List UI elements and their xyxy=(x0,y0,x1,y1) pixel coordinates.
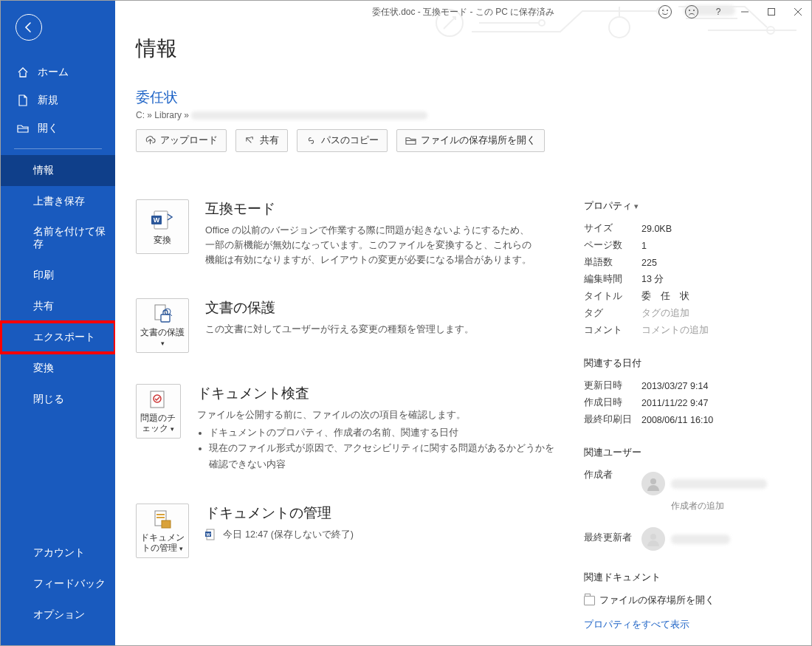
compat-desc: Office の以前のバージョンで作業する際に問題が起きないようにするため、一部… xyxy=(205,223,537,267)
title-text: 委任状.doc - 互換モード - この PC に保存済み xyxy=(372,6,554,18)
word-doc-convert-icon: W xyxy=(150,207,175,234)
sidebar-item-save[interactable]: 上書き保存 xyxy=(1,186,115,217)
protect-desc: この文書に対してユーザーが行える変更の種類を管理します。 xyxy=(205,322,474,337)
prop-pages: 1 xyxy=(641,241,647,251)
svg-text:W: W xyxy=(154,216,160,224)
sidebar-item-transform[interactable]: 変換 xyxy=(1,353,115,384)
folder-open-icon xyxy=(405,135,416,146)
sidebar-separator xyxy=(14,148,102,149)
prop-edit-time: 13 分 xyxy=(641,273,664,286)
manage-version-row[interactable]: W 今日 12:47 (保存しないで終了) xyxy=(205,527,354,542)
sidebar-item-new[interactable]: 新規 xyxy=(1,86,115,114)
last-editor-redacted xyxy=(671,535,730,544)
show-all-properties-link[interactable]: プロパティをすべて表示 xyxy=(584,619,689,630)
prop-size: 29.0KB xyxy=(641,224,672,234)
svg-rect-15 xyxy=(156,514,165,515)
maximize-button[interactable] xyxy=(758,1,785,23)
back-button[interactable] xyxy=(16,14,42,41)
sidebar-home-label: ホーム xyxy=(38,66,69,79)
prop-created: 2011/11/22 9:47 xyxy=(641,398,708,408)
document-path: C: » Library » xyxy=(136,110,791,120)
inspect-title: ドキュメント検査 xyxy=(197,384,554,403)
sidebar-item-close[interactable]: 閉じる xyxy=(1,384,115,415)
inspect-item-1: ドキュメントのプロパティ、作成者の名前、関連する日付 xyxy=(209,425,554,441)
page-title: 情報 xyxy=(136,35,791,63)
sidebar-item-share[interactable]: 共有 xyxy=(1,291,115,322)
prop-words: 225 xyxy=(641,258,657,268)
related-docs-header: 関連ドキュメント xyxy=(584,571,791,584)
prop-printed: 2008/06/11 16:10 xyxy=(641,415,713,425)
backstage-sidebar: ホーム 新規 開く 情報 上書き保存 名前を付けて保存 印刷 共有 エクスポート… xyxy=(1,1,115,645)
related-users-header: 関連ユーザー xyxy=(584,446,791,459)
prop-add-tags[interactable]: タグの追加 xyxy=(641,307,689,320)
upload-button[interactable]: アップロード xyxy=(136,129,227,152)
avatar-icon xyxy=(641,472,665,495)
sidebar-item-print[interactable]: 印刷 xyxy=(1,260,115,291)
open-folder-icon xyxy=(17,123,32,134)
sidebar-item-save-as[interactable]: 名前を付けて保存 xyxy=(1,217,115,260)
word-file-icon: W xyxy=(205,529,217,540)
document-title: 委任状 xyxy=(136,88,791,107)
lock-doc-icon xyxy=(151,303,174,326)
sidebar-item-feedback[interactable]: フィードバック xyxy=(1,568,115,599)
folder-icon xyxy=(584,596,595,605)
share-button[interactable]: 共有 xyxy=(235,129,288,152)
prop-title[interactable]: 委 任 状 xyxy=(641,290,689,303)
svg-text:W: W xyxy=(206,532,210,537)
sidebar-item-info[interactable]: 情報 xyxy=(1,155,115,186)
home-icon xyxy=(17,66,32,78)
properties-header[interactable]: プロパティ xyxy=(584,199,791,213)
svg-rect-5 xyxy=(768,9,775,16)
share-icon xyxy=(244,135,255,146)
related-dates-header: 関連する日付 xyxy=(584,357,791,370)
protect-title: 文書の保護 xyxy=(205,298,474,317)
svg-point-21 xyxy=(650,478,656,484)
path-redacted xyxy=(191,111,427,120)
sidebar-item-open[interactable]: 開く xyxy=(1,114,115,142)
last-editor-entry[interactable] xyxy=(641,527,730,551)
compat-title: 互換モード xyxy=(205,199,537,219)
help-button[interactable]: ? xyxy=(705,1,732,23)
author-entry[interactable] xyxy=(641,472,791,495)
svg-point-22 xyxy=(650,534,656,540)
sidebar-new-label: 新規 xyxy=(38,94,58,107)
open-location-button[interactable]: ファイルの保存場所を開く xyxy=(396,129,545,152)
protect-document-button[interactable]: 文書の保護 ▾ xyxy=(136,298,189,353)
manage-title: ドキュメントの管理 xyxy=(205,504,354,523)
minimize-button[interactable] xyxy=(732,1,758,23)
svg-rect-16 xyxy=(156,517,165,518)
inspect-item-2: 現在のファイル形式が原因で、アクセシビリティに関する問題があるかどうかを確認でき… xyxy=(209,441,554,473)
main-panel: 委任状.doc - 互換モード - この PC に保存済み ? 情報 委任状 C… xyxy=(115,1,811,645)
check-issues-icon xyxy=(147,388,169,412)
new-doc-icon xyxy=(17,95,32,106)
add-author-button[interactable]: 作成者の追加 xyxy=(671,500,791,512)
sidebar-open-label: 開く xyxy=(38,122,58,135)
check-issues-button[interactable]: 問題のチェック ▾ xyxy=(136,384,181,439)
titlebar: 委任状.doc - 互換モード - この PC に保存済み ? xyxy=(115,1,811,23)
feedback-frown-button[interactable] xyxy=(678,1,705,23)
svg-point-4 xyxy=(767,27,774,34)
link-icon xyxy=(306,135,317,146)
upload-icon xyxy=(145,135,156,146)
manage-doc-icon xyxy=(151,508,173,532)
prop-add-comment[interactable]: コメントの追加 xyxy=(641,324,709,337)
svg-rect-10 xyxy=(161,315,170,322)
open-file-location-link[interactable]: ファイルの保存場所を開く xyxy=(584,591,791,610)
sidebar-item-home[interactable]: ホーム xyxy=(1,58,115,86)
sidebar-item-export[interactable]: エクスポート xyxy=(1,322,115,353)
sidebar-item-account[interactable]: アカウント xyxy=(1,537,115,568)
feedback-smile-button[interactable] xyxy=(652,1,678,23)
close-button[interactable] xyxy=(785,1,811,23)
manage-document-button[interactable]: ドキュメントの管理 ▾ xyxy=(136,504,189,558)
svg-rect-17 xyxy=(162,520,171,528)
convert-button[interactable]: W 変換 xyxy=(136,199,189,254)
author-name-redacted xyxy=(671,479,767,489)
inspect-desc: ファイルを公開する前に、ファイルの次の項目を確認します。 xyxy=(197,408,529,422)
sidebar-item-options[interactable]: オプション xyxy=(1,599,115,630)
back-arrow-icon xyxy=(22,21,35,34)
prop-updated: 2013/03/27 9:14 xyxy=(641,381,708,391)
copy-path-button[interactable]: パスのコピー xyxy=(297,129,388,152)
avatar-icon xyxy=(641,527,665,551)
